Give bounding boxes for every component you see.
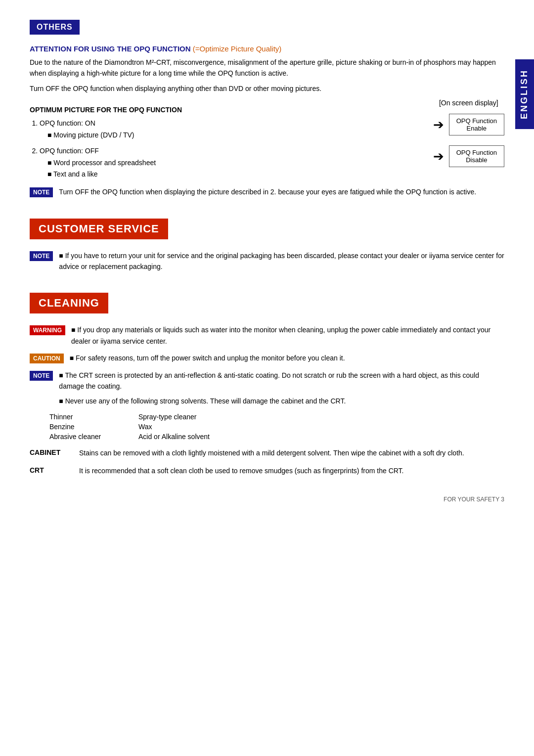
solvent-wax: Wax [138,423,237,431]
cleaning-caution-badge: CAUTION [30,354,64,363]
attention-note-text: Turn OFF the OPQ function when displayin… [59,186,476,197]
attention-heading-sub: (=Optimize Picture Quality) [193,44,282,53]
customer-service-note-badge: NOTE [30,251,53,261]
cabinet-row: CABINET Stains can be removed with a clo… [30,447,504,458]
opq-sub-1: ■ Moving picture (DVD / TV) [47,130,418,141]
on-screen-label: [On screen display] [433,99,504,107]
cleaning-warning-text: ■ If you drop any materials or liquids s… [71,324,504,347]
cleaning-caution-text: ■ For safety reasons, turn off the power… [70,353,345,363]
cleaning-warning-row: WARNING ■ If you drop any materials or l… [30,324,504,347]
cabinet-label: CABINET [30,448,74,456]
cleaning-caution-row: CAUTION ■ For safety reasons, turn off t… [30,353,504,363]
cleaning-header: CLEANING [30,293,108,313]
customer-service-header: CUSTOMER SERVICE [30,219,168,239]
opq-item-2: OPQ function: OFF ■ Word processor and s… [40,145,418,180]
attention-heading-text: ATTENTION FOR USING THE OPQ FUNCTION [30,44,191,53]
customer-service-note-text: ■ If you have to return your unit for se… [59,250,504,272]
cabinet-text: Stains can be removed with a cloth light… [79,447,464,458]
crt-row: CRT It is recommended that a soft clean … [30,465,504,476]
solvent-acid: Acid or Alkaline solvent [138,433,237,441]
solvent-thinner: Thinner [49,413,138,421]
opq-box-enable: OPQ Function Enable [449,114,504,135]
cleaning-warning-badge: WARNING [30,325,65,335]
page-container: ENGLISH OTHERS ATTENTION FOR USING THE O… [0,0,534,533]
english-tab: ENGLISH [515,59,534,129]
solvent-abrasive: Abrasive cleaner [49,433,138,441]
opq-item-1: OPQ function: ON ■ Moving picture (DVD /… [40,118,418,141]
arrow2: ➔ [433,149,444,164]
cleaning-note-badge: NOTE [30,371,53,381]
opq-sub-2b: ■ Text and a like [47,169,418,180]
attention-heading: ATTENTION FOR USING THE OPQ FUNCTION (=O… [30,44,504,53]
customer-service-note-row: NOTE ■ If you have to return your unit f… [30,250,504,272]
opq-sub-2a: ■ Word processor and spreadsheet [47,157,418,169]
arrow1: ➔ [433,117,444,133]
attention-body2: Turn OFF the OPQ function when displayin… [30,83,504,94]
solvent-spray: Spray-type cleaner [138,413,237,421]
optimum-heading: OPTIMUM PICTURE FOR THE OPQ FUNCTION [30,106,418,114]
others-header: OTHERS [30,20,80,35]
attention-note-badge: NOTE [30,187,53,197]
attention-body1: Due to the nature of the Diamondtron M²-… [30,57,504,79]
cleaning-note-text: ■ The CRT screen is protected by an anti… [59,370,504,407]
crt-text: It is recommended that a soft clean clot… [79,465,404,476]
solvent-benzine: Benzine [49,423,138,431]
solvents-table: Thinner Spray-type cleaner Benzine Wax A… [49,413,504,441]
cleaning-note-row: NOTE ■ The CRT screen is protected by an… [30,370,504,407]
opq-box-disable: OPQ Function Disable [449,145,504,167]
crt-label: CRT [30,466,74,474]
attention-note-row: NOTE Turn OFF the OPQ function when disp… [30,186,504,197]
page-footer: FOR YOUR SAFETY 3 [30,496,504,503]
